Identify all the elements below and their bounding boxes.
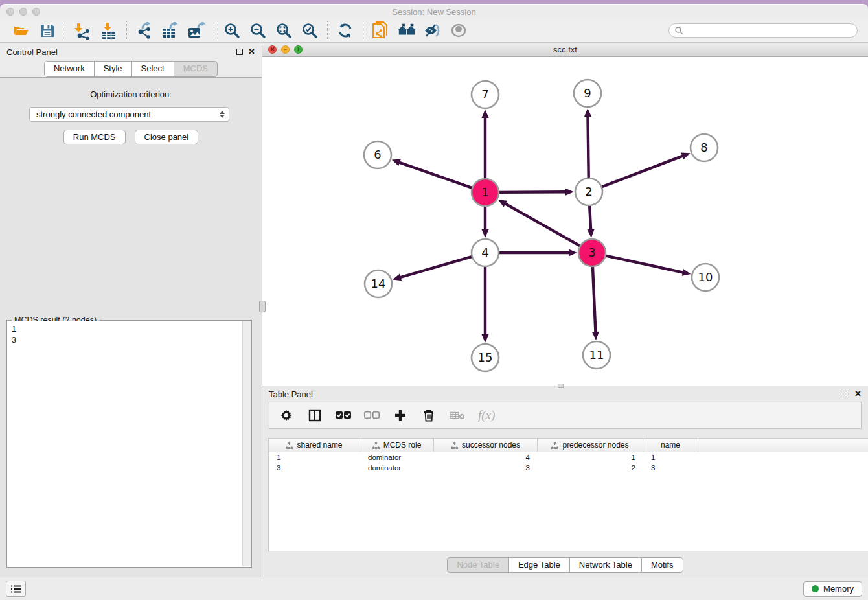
- table-body: 1dominator4113dominator323: [269, 452, 868, 551]
- home-icon[interactable]: [397, 21, 417, 40]
- graph-node-label: 8: [700, 141, 707, 154]
- column-header-predecessor-nodes[interactable]: predecessor nodes: [538, 439, 643, 452]
- deselect-all-icon[interactable]: [364, 408, 380, 423]
- network-table-divider-handle[interactable]: [558, 384, 564, 388]
- window-titlebar: Session: New Session: [0, 5, 868, 19]
- add-icon[interactable]: [393, 408, 408, 423]
- table-toolbar: f(x): [269, 402, 862, 429]
- save-session-icon[interactable]: [38, 21, 57, 40]
- mcds-result-list[interactable]: 1 3: [8, 321, 242, 566]
- window-title: Session: New Session: [0, 7, 868, 17]
- control-panel: Control Panel ✕ Network Style Select MCD…: [0, 43, 262, 577]
- graph-node-label: 4: [481, 246, 488, 259]
- graph-node-label: 14: [371, 277, 386, 290]
- close-panel-icon[interactable]: ✕: [248, 49, 255, 55]
- graph-edge-2-9[interactable]: [588, 115, 588, 179]
- zoom-in-icon[interactable]: [222, 21, 242, 40]
- export-image-icon[interactable]: [187, 21, 206, 40]
- table-cell: 3: [269, 464, 360, 472]
- memory-label: Memory: [823, 584, 854, 594]
- float-panel-icon[interactable]: [236, 49, 243, 55]
- graph-edge-arrowhead: [565, 189, 574, 196]
- control-panel-tabs: Network Style Select MCDS: [44, 61, 218, 77]
- graph-edge-arrowhead: [681, 153, 690, 159]
- open-session-icon[interactable]: [12, 21, 31, 40]
- table-cell: 4: [434, 454, 538, 461]
- tab-mcds[interactable]: MCDS: [174, 61, 218, 77]
- network-canvas[interactable]: 7968124314101511: [262, 57, 868, 386]
- close-panel-button[interactable]: Close panel: [135, 130, 199, 144]
- tab-network[interactable]: Network: [44, 61, 94, 77]
- table-tabs: Node Table Edge Table Network Table Moti…: [447, 557, 683, 573]
- close-table-panel-icon[interactable]: ✕: [854, 391, 862, 397]
- column-icon[interactable]: [307, 408, 323, 423]
- table-cell: 1: [538, 454, 643, 461]
- column-header-MCDS-role[interactable]: MCDS role: [360, 439, 434, 452]
- graph-node-label: 6: [374, 148, 381, 161]
- float-table-panel-icon[interactable]: [843, 391, 849, 397]
- graph-edge-arrowhead: [584, 108, 591, 117]
- graph-edge-arrowhead: [481, 110, 488, 118]
- graph-node-label: 1: [481, 185, 488, 199]
- graph-edge-1-6[interactable]: [398, 162, 474, 189]
- graph-edge-1-2[interactable]: [497, 192, 567, 192]
- show-all-icon[interactable]: [449, 21, 468, 40]
- panel-divider-handle[interactable]: [259, 301, 266, 312]
- optimization-criterion-label: Optimization criterion:: [0, 89, 262, 99]
- search-input[interactable]: [683, 26, 852, 35]
- column-header-successor-nodes[interactable]: successor nodes: [434, 439, 538, 452]
- graph-node-label: 9: [584, 86, 591, 100]
- tab-motifs[interactable]: Motifs: [641, 557, 683, 573]
- table-cell: dominator: [360, 464, 434, 472]
- run-mcds-button[interactable]: Run MCDS: [63, 130, 126, 144]
- column-header-shared-name[interactable]: shared name: [269, 439, 360, 452]
- select-all-icon[interactable]: [336, 408, 351, 423]
- tab-select[interactable]: Select: [131, 61, 174, 77]
- graph-edge-4-14[interactable]: [400, 256, 474, 277]
- import-table-icon[interactable]: [99, 21, 119, 40]
- table-row[interactable]: 1dominator411: [269, 452, 868, 463]
- import-network-icon[interactable]: [73, 21, 93, 40]
- refresh-icon[interactable]: [336, 21, 355, 40]
- network-window-title: scc.txt: [262, 45, 868, 54]
- graph-edge-3-1[interactable]: [505, 203, 582, 247]
- trash-icon[interactable]: [421, 408, 437, 423]
- graph-edge-2-8[interactable]: [600, 156, 683, 187]
- graph-edge-arrowhead: [569, 249, 577, 256]
- table-panel-title: Table Panel: [269, 389, 313, 399]
- flatten-column-icon: [372, 442, 380, 449]
- zoom-out-icon[interactable]: [248, 21, 268, 40]
- task-history-button[interactable]: [6, 581, 26, 597]
- tab-network-table[interactable]: Network Table: [569, 557, 641, 573]
- search-box[interactable]: [668, 23, 858, 38]
- gear-icon[interactable]: [279, 408, 294, 423]
- tab-node-table[interactable]: Node Table: [447, 557, 508, 573]
- tab-style[interactable]: Style: [94, 61, 131, 77]
- zoom-fit-icon[interactable]: [274, 21, 293, 40]
- flatten-column-icon: [286, 442, 293, 449]
- graph-node-label: 11: [589, 348, 604, 362]
- export-network-icon[interactable]: [135, 21, 154, 40]
- export-table-icon[interactable]: [161, 21, 180, 40]
- zoom-selected-icon[interactable]: [300, 21, 319, 40]
- result-scrollbar[interactable]: [242, 321, 251, 566]
- graph-edge-3-10[interactable]: [604, 255, 684, 273]
- table-row[interactable]: 3dominator323: [269, 463, 868, 473]
- network-graph[interactable]: 7968124314101511: [262, 57, 867, 386]
- flatten-column-icon: [451, 442, 458, 449]
- network-file-icon[interactable]: [371, 21, 391, 40]
- list-icon: [11, 584, 21, 594]
- search-icon: [674, 26, 683, 35]
- delete-column-icon: [450, 408, 465, 423]
- hide-selected-icon[interactable]: [423, 21, 442, 40]
- tab-edge-table[interactable]: Edge Table: [508, 557, 569, 573]
- optimization-criterion-select[interactable]: strongly connected component: [29, 107, 229, 122]
- column-header-name[interactable]: name: [643, 439, 698, 452]
- status-bar: Memory: [0, 577, 868, 600]
- memory-button[interactable]: Memory: [803, 581, 862, 597]
- graph-edge-2-3[interactable]: [589, 204, 591, 231]
- graph-edge-3-11[interactable]: [593, 265, 596, 333]
- graph-edge-arrowhead: [481, 229, 488, 238]
- table-header-row: shared nameMCDS rolesuccessor nodesprede…: [269, 439, 868, 452]
- dropdown-stepper-icon: [220, 111, 225, 118]
